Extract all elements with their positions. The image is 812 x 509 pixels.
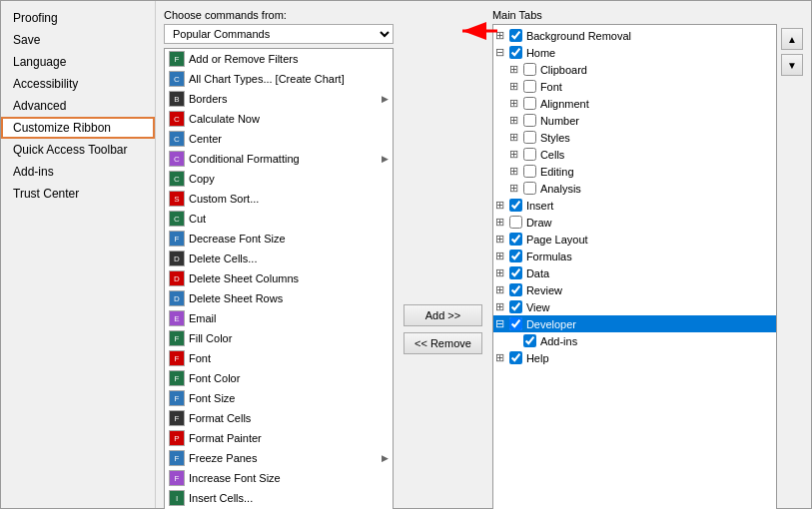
tab-expand-icon[interactable]: ⊞: [495, 283, 505, 296]
tab-checkbox[interactable]: [509, 283, 522, 296]
list-item[interactable]: FAdd or Remove Filters: [165, 49, 393, 69]
tab-checkbox[interactable]: [509, 199, 522, 212]
tab-item[interactable]: ⊞Cells: [493, 146, 776, 163]
sidebar-item-language[interactable]: Language: [1, 51, 155, 73]
tab-expand-icon[interactable]: ⊞: [495, 300, 505, 313]
tab-expand-icon[interactable]: ⊟: [495, 317, 505, 330]
tab-label: View: [526, 301, 550, 313]
list-item[interactable]: DDelete Sheet Columns: [165, 268, 393, 288]
list-item[interactable]: FFont: [165, 348, 393, 368]
add-button[interactable]: Add >>: [404, 304, 482, 326]
tab-item[interactable]: ⊟Developer: [493, 315, 776, 332]
tab-expand-icon[interactable]: ⊞: [495, 199, 505, 212]
list-item[interactable]: FIncrease Font Size: [165, 468, 393, 488]
tab-expand-icon[interactable]: ⊞: [495, 351, 505, 364]
tab-item[interactable]: ⊞View: [493, 298, 776, 315]
tab-checkbox[interactable]: [523, 114, 536, 127]
tab-expand-icon[interactable]: ⊞: [509, 114, 519, 127]
list-item[interactable]: BBorders▶: [165, 89, 393, 109]
tab-checkbox[interactable]: [523, 131, 536, 144]
tab-checkbox[interactable]: [509, 317, 522, 330]
list-item[interactable]: FFont Color: [165, 368, 393, 388]
tab-checkbox[interactable]: [509, 29, 522, 42]
list-item[interactable]: CCopy: [165, 169, 393, 189]
list-item[interactable]: FFont Size: [165, 388, 393, 408]
tab-expand-icon[interactable]: ⊞: [509, 80, 519, 93]
list-item[interactable]: CAll Chart Types... [Create Chart]: [165, 69, 393, 89]
tab-expand-icon[interactable]: ⊞: [509, 97, 519, 110]
sidebar-item-trust-center[interactable]: Trust Center: [1, 183, 155, 205]
tab-item[interactable]: ⊞Analysis: [493, 180, 776, 197]
tab-checkbox[interactable]: [509, 216, 522, 229]
list-item[interactable]: FFormat Cells: [165, 408, 393, 428]
scroll-up-button[interactable]: ▲: [781, 28, 803, 50]
tab-item[interactable]: ⊞Insert: [493, 197, 776, 214]
remove-button[interactable]: << Remove: [404, 332, 482, 354]
list-item[interactable]: CCalculate Now: [165, 109, 393, 129]
tab-item[interactable]: ⊞Background Removal: [493, 27, 776, 44]
tab-checkbox[interactable]: [523, 97, 536, 110]
tab-item[interactable]: ⊞Editing: [493, 163, 776, 180]
list-item[interactable]: FFreeze Panes▶: [165, 448, 393, 468]
list-item[interactable]: CConditional Formatting▶: [165, 149, 393, 169]
command-label: Font Color: [189, 372, 389, 384]
tab-item[interactable]: ⊞Data: [493, 264, 776, 281]
tab-item[interactable]: ⊞Draw: [493, 214, 776, 231]
tab-item[interactable]: ⊞Formulas: [493, 248, 776, 264]
tab-checkbox[interactable]: [509, 46, 522, 59]
tab-item[interactable]: ⊞Number: [493, 112, 776, 129]
tab-item[interactable]: ⊞Page Layout: [493, 231, 776, 248]
tab-item[interactable]: Add-ins: [493, 332, 776, 349]
tab-item[interactable]: ⊞Clipboard: [493, 61, 776, 78]
choose-commands-dropdown[interactable]: Popular Commands All Commands Main Tabs: [164, 24, 394, 44]
sidebar-item-customize-ribbon[interactable]: Customize Ribbon: [1, 117, 155, 139]
tab-checkbox[interactable]: [523, 182, 536, 195]
sidebar-item-save[interactable]: Save: [1, 29, 155, 51]
tab-expand-icon[interactable]: ⊞: [509, 165, 519, 178]
tab-item[interactable]: ⊞Font: [493, 78, 776, 95]
tab-checkbox[interactable]: [509, 351, 522, 364]
tab-item[interactable]: ⊟Home: [493, 44, 776, 61]
tab-expand-icon[interactable]: ⊞: [495, 216, 505, 229]
scroll-down-button[interactable]: ▼: [781, 54, 803, 76]
tab-item[interactable]: ⊞Help: [493, 349, 776, 366]
sidebar-item-accessibility[interactable]: Accessibility: [1, 73, 155, 95]
tab-checkbox[interactable]: [509, 300, 522, 313]
list-item[interactable]: DDelete Cells...: [165, 249, 393, 268]
tab-checkbox[interactable]: [523, 63, 536, 76]
tab-checkbox[interactable]: [523, 165, 536, 178]
commands-list[interactable]: FAdd or Remove FiltersCAll Chart Types..…: [164, 48, 394, 509]
tab-checkbox[interactable]: [523, 334, 536, 347]
tab-expand-icon[interactable]: ⊞: [495, 266, 505, 279]
tabs-list[interactable]: ⊞Background Removal⊟Home⊞Clipboard⊞Font⊞…: [492, 24, 777, 509]
list-item[interactable]: CCut: [165, 209, 393, 229]
tab-expand-icon[interactable]: ⊞: [495, 250, 505, 262]
tab-item[interactable]: ⊞Review: [493, 281, 776, 298]
list-item[interactable]: IInsert Cells...: [165, 488, 393, 508]
list-item[interactable]: PFormat Painter: [165, 428, 393, 448]
tab-checkbox[interactable]: [523, 80, 536, 93]
list-item[interactable]: DDelete Sheet Rows: [165, 288, 393, 308]
tab-checkbox[interactable]: [509, 233, 522, 246]
list-item[interactable]: CCenter: [165, 129, 393, 149]
list-item[interactable]: FFill Color: [165, 328, 393, 348]
tab-item[interactable]: ⊞Styles: [493, 129, 776, 146]
tab-expand-icon[interactable]: ⊞: [495, 29, 505, 42]
tab-item[interactable]: ⊞Alignment: [493, 95, 776, 112]
tab-checkbox[interactable]: [509, 250, 522, 262]
list-item[interactable]: EEmail: [165, 308, 393, 328]
tab-expand-icon[interactable]: ⊞: [495, 233, 505, 246]
sidebar-item-proofing[interactable]: Proofing: [1, 7, 155, 29]
tab-expand-icon[interactable]: ⊞: [509, 63, 519, 76]
tab-checkbox[interactable]: [523, 148, 536, 161]
tab-checkbox[interactable]: [509, 266, 522, 279]
tab-expand-icon[interactable]: ⊞: [509, 148, 519, 161]
sidebar-item-addins[interactable]: Add-ins: [1, 161, 155, 183]
list-item[interactable]: SCustom Sort...: [165, 189, 393, 209]
tab-expand-icon[interactable]: ⊞: [509, 131, 519, 144]
sidebar-item-advanced[interactable]: Advanced: [1, 95, 155, 117]
tab-expand-icon[interactable]: ⊞: [509, 182, 519, 195]
list-item[interactable]: FDecrease Font Size: [165, 229, 393, 249]
tab-expand-icon[interactable]: ⊟: [495, 46, 505, 59]
sidebar-item-quick-access[interactable]: Quick Access Toolbar: [1, 139, 155, 161]
